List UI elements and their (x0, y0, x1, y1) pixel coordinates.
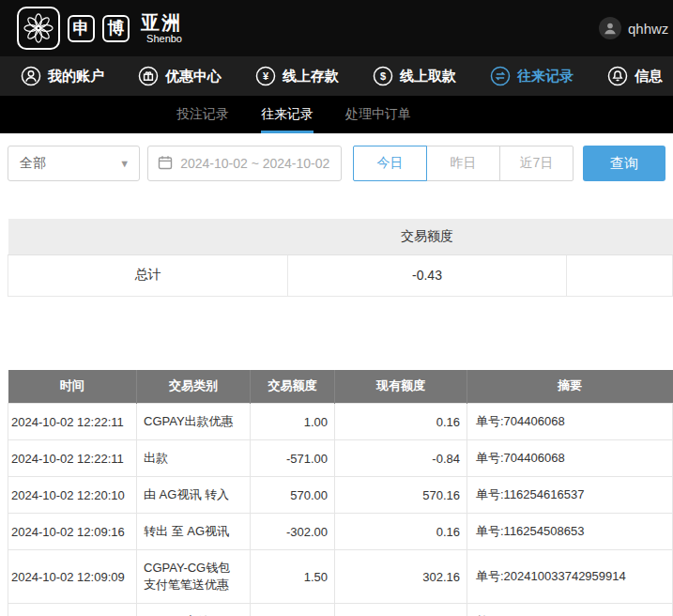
date-range-input[interactable]: 2024-10-02 ~ 2024-10-02 (147, 146, 342, 181)
today-button[interactable]: 今日 (353, 146, 427, 181)
table-cell: 570.00 (251, 477, 335, 514)
records-table-body: 2024-10-02 12:22:11CGPAY出款优惠1.000.16单号:7… (8, 404, 673, 616)
table-cell: 2024-10-02 12:09:09 (8, 604, 137, 616)
table-cell: -0.84 (335, 440, 467, 477)
table-cell: 单号:116254508653 (467, 514, 673, 550)
table-cell: 单号:202410033742959914 (467, 604, 673, 616)
user-icon (21, 66, 41, 86)
table-row: 2024-10-02 12:22:11CGPAY出款优惠1.000.16单号:7… (8, 404, 673, 440)
table-row: 2024-10-02 12:09:09CGPAY支付300.00300.66单号… (8, 604, 673, 616)
bell-icon (607, 66, 628, 86)
table-cell: 2024-10-02 12:20:10 (8, 477, 137, 514)
records-section: 时间 交易类别 交易额度 现有额度 摘要 2024-10-02 12:22:11… (8, 370, 673, 616)
table-cell: CGPAY-CG钱包支付笔笔送优惠 (137, 550, 251, 604)
brand-logo[interactable]: 申 博 亚洲 Shenbo (17, 7, 182, 50)
nav-label: 信息 (635, 68, 663, 85)
summary-total-row: 总计 -0.43 (8, 254, 673, 296)
tab-processing-orders[interactable]: 处理中订单 (345, 96, 411, 133)
brand-region: 亚洲 (141, 12, 182, 33)
table-cell: 1.00 (251, 404, 335, 440)
col-header-amount: 交易额度 (251, 370, 335, 404)
table-cell: 300.66 (335, 604, 467, 616)
nav-item-withdraw[interactable]: $ 线上取款 (373, 66, 456, 86)
table-cell: CGPAY出款优惠 (137, 404, 251, 440)
type-select[interactable]: 全部 ▼ (8, 146, 140, 181)
filter-bar: 全部 ▼ 2024-10-02 ~ 2024-10-02 今日 昨日 近7日 查… (0, 133, 673, 194)
brand-char-bo: 博 (102, 15, 130, 42)
withdraw-icon: $ (373, 66, 393, 86)
table-cell: 302.16 (335, 550, 467, 604)
sub-nav: 投注记录 往来记录 处理中订单 (0, 96, 673, 133)
nav-label: 往来记录 (517, 68, 574, 85)
summary-empty-cell (567, 254, 673, 296)
summary-header-empty (8, 219, 288, 254)
svg-text:$: $ (380, 70, 386, 82)
nav-label: 优惠中心 (165, 68, 222, 85)
table-cell: 单号:704406068 (467, 404, 673, 440)
last7days-button[interactable]: 近7日 (499, 146, 574, 181)
username: qhhwz (628, 21, 668, 37)
query-button[interactable]: 查询 (583, 146, 665, 181)
table-cell: 1.50 (251, 550, 335, 604)
main-nav: 我的账户 优惠中心 ¥ 线上存款 $ 线上取款 (0, 56, 673, 96)
table-row: 2024-10-02 12:09:09CGPAY-CG钱包支付笔笔送优惠1.50… (8, 550, 673, 604)
table-cell: 0.16 (335, 514, 467, 550)
table-cell: 300.00 (251, 604, 335, 616)
table-cell: 单号:704406068 (467, 440, 673, 477)
table-cell: 0.16 (335, 404, 467, 440)
col-header-type: 交易类别 (137, 370, 251, 404)
table-cell: -302.00 (251, 514, 335, 550)
tab-transaction-records[interactable]: 往来记录 (261, 96, 314, 133)
summary-header-row: 交易额度 (8, 219, 673, 254)
date-range-value: 2024-10-02 ~ 2024-10-02 (180, 156, 329, 171)
table-cell: 2024-10-02 12:22:11 (8, 440, 137, 477)
table-cell: 2024-10-02 12:09:16 (8, 514, 137, 550)
table-row: 2024-10-02 12:20:10由 AG视讯 转入570.00570.16… (8, 477, 673, 514)
table-cell: 2024-10-02 12:22:11 (8, 404, 137, 440)
yesterday-button[interactable]: 昨日 (426, 146, 500, 181)
top-bar: 申 博 亚洲 Shenbo qhhwz (0, 0, 673, 56)
chevron-down-icon: ▼ (119, 158, 130, 169)
nav-label: 线上取款 (400, 68, 456, 85)
col-header-balance: 现有额度 (335, 370, 467, 404)
nav-item-promotions[interactable]: 优惠中心 (138, 66, 222, 86)
user-account[interactable]: qhhwz (599, 0, 668, 56)
col-header-time: 时间 (8, 370, 137, 404)
nav-item-messages[interactable]: 信息 (607, 66, 663, 86)
table-cell: 转出 至 AG视讯 (137, 514, 251, 550)
table-cell: 单号:202410033742959914 (467, 550, 673, 604)
table-cell: 2024-10-02 12:09:09 (8, 550, 137, 604)
quick-range-group: 今日 昨日 近7日 (353, 146, 574, 181)
table-row: 2024-10-02 12:09:16转出 至 AG视讯-302.000.16单… (8, 514, 673, 550)
brand-char-shen: 申 (68, 15, 95, 42)
summary-total-label: 总计 (8, 254, 288, 296)
table-row: 2024-10-02 12:22:11出款-571.00-0.84单号:7044… (8, 440, 673, 477)
records-header-row: 时间 交易类别 交易额度 现有额度 摘要 (8, 370, 673, 404)
nav-item-transaction-records[interactable]: 往来记录 (490, 66, 574, 86)
table-cell: 出款 (137, 440, 251, 477)
table-cell: 单号:116254616537 (467, 477, 673, 514)
gift-icon (138, 66, 159, 86)
transfer-records-icon (490, 66, 511, 86)
table-cell: CGPAY支付 (137, 604, 251, 616)
nav-label: 我的账户 (48, 68, 104, 85)
summary-header-amount: 交易额度 (288, 219, 567, 254)
table-cell: -571.00 (251, 440, 335, 477)
brand-subtitle: Shenbo (141, 34, 182, 44)
nav-label: 线上存款 (283, 68, 339, 85)
nav-item-my-account[interactable]: 我的账户 (21, 66, 104, 86)
brand-text: 亚洲 Shenbo (141, 13, 182, 44)
summary-header-empty (567, 219, 673, 254)
nav-item-deposit[interactable]: ¥ 线上存款 (255, 66, 339, 86)
col-header-summary: 摘要 (467, 370, 673, 404)
avatar-icon (599, 17, 621, 39)
calendar-icon (158, 155, 173, 173)
summary-section: 交易额度 总计 -0.43 (8, 219, 673, 297)
table-cell: 570.16 (335, 477, 467, 514)
lotus-logo-icon (17, 7, 60, 50)
svg-text:¥: ¥ (263, 70, 269, 82)
type-select-value: 全部 (20, 155, 46, 172)
table-cell: 由 AG视讯 转入 (137, 477, 251, 514)
records-table: 时间 交易类别 交易额度 现有额度 摘要 2024-10-02 12:22:11… (8, 370, 673, 616)
tab-betting-records[interactable]: 投注记录 (176, 96, 229, 133)
